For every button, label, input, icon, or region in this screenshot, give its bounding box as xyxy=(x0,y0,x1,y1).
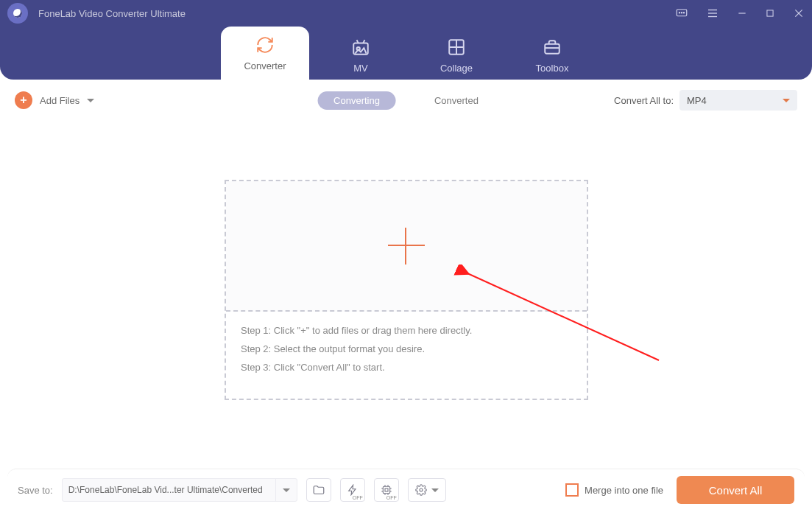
main-tabs: Converter MV Collage Toolbox xyxy=(0,27,812,80)
svg-rect-18 xyxy=(545,44,559,54)
chevron-down-icon xyxy=(783,99,790,102)
svg-point-2 xyxy=(681,13,682,13)
add-files-button[interactable]: + Add Files xyxy=(15,91,94,109)
step-2: Step 2: Select the output format you des… xyxy=(241,343,572,354)
toolbar: + Add Files Converting Converted Convert… xyxy=(0,80,812,121)
subtab-converting[interactable]: Converting xyxy=(317,91,396,110)
app-logo-icon xyxy=(7,3,28,24)
add-files-label: Add Files xyxy=(40,95,80,106)
chevron-down-icon[interactable] xyxy=(275,479,297,501)
subtab-converted[interactable]: Converted xyxy=(418,91,495,110)
svg-point-31 xyxy=(420,488,423,491)
window-controls xyxy=(675,7,805,20)
svg-rect-8 xyxy=(767,10,773,16)
app-window: FoneLab Video Converter Ultimate Convert… xyxy=(0,0,812,515)
tab-label: Converter xyxy=(244,60,286,71)
settings-button[interactable] xyxy=(408,478,446,502)
save-to-label: Save to: xyxy=(18,485,53,496)
convert-all-to-label: Convert All to: xyxy=(614,95,674,106)
svg-rect-22 xyxy=(385,488,388,491)
tab-collage[interactable]: Collage xyxy=(412,30,501,80)
badge-off: OFF xyxy=(386,495,397,500)
chevron-down-icon xyxy=(431,488,439,492)
dropzone[interactable]: Step 1: Click "+" to add files or drag t… xyxy=(225,180,588,400)
format-value: MP4 xyxy=(687,95,707,106)
titlebar: FoneLab Video Converter Ultimate xyxy=(0,0,812,27)
tab-converter[interactable]: Converter xyxy=(221,27,309,80)
checkbox-icon xyxy=(565,483,579,497)
svg-point-1 xyxy=(679,13,679,13)
tab-toolbox[interactable]: Toolbox xyxy=(508,30,596,80)
step-3: Step 3: Click "Convert All" to start. xyxy=(241,362,572,373)
gpu-accel-toggle[interactable]: OFF xyxy=(374,478,399,502)
plus-icon: + xyxy=(15,91,32,109)
footer-icon-group: OFF OFF xyxy=(306,478,446,502)
close-icon[interactable] xyxy=(793,7,805,19)
chevron-down-icon xyxy=(87,99,94,102)
maximize-icon[interactable] xyxy=(765,8,775,18)
svg-point-3 xyxy=(683,13,684,13)
dropzone-add-area[interactable] xyxy=(226,181,587,312)
tab-label: Toolbox xyxy=(536,63,569,74)
minimize-icon[interactable] xyxy=(737,8,747,18)
svg-rect-21 xyxy=(383,486,389,493)
merge-checkbox[interactable]: Merge into one file xyxy=(565,483,663,497)
add-plus-icon xyxy=(388,228,425,264)
tab-label: Collage xyxy=(440,63,473,74)
step-1: Step 1: Click "+" to add files or drag t… xyxy=(241,325,572,336)
feedback-icon[interactable] xyxy=(675,7,688,20)
instructions: Step 1: Click "+" to add files or drag t… xyxy=(226,312,587,383)
tab-mv[interactable]: MV xyxy=(317,30,405,80)
badge-off: OFF xyxy=(353,495,363,500)
high-speed-toggle[interactable]: OFF xyxy=(340,478,365,502)
content-area: Step 1: Click "+" to add files or drag t… xyxy=(0,121,812,474)
menu-icon[interactable] xyxy=(706,7,719,20)
convert-all-button[interactable]: Convert All xyxy=(677,476,794,504)
merge-label: Merge into one file xyxy=(585,485,663,496)
save-path-select[interactable]: D:\FoneLab\FoneLab Vid...ter Ultimate\Co… xyxy=(62,478,297,502)
save-path-value: D:\FoneLab\FoneLab Vid...ter Ultimate\Co… xyxy=(68,485,267,495)
footer: Save to: D:\FoneLab\FoneLab Vid...ter Ul… xyxy=(7,469,805,511)
open-folder-button[interactable] xyxy=(306,478,331,502)
app-title: FoneLab Video Converter Ultimate xyxy=(38,8,186,19)
sub-tabs: Converting Converted xyxy=(317,91,495,110)
tab-label: MV xyxy=(353,63,368,74)
output-format-select[interactable]: MP4 xyxy=(679,90,797,111)
